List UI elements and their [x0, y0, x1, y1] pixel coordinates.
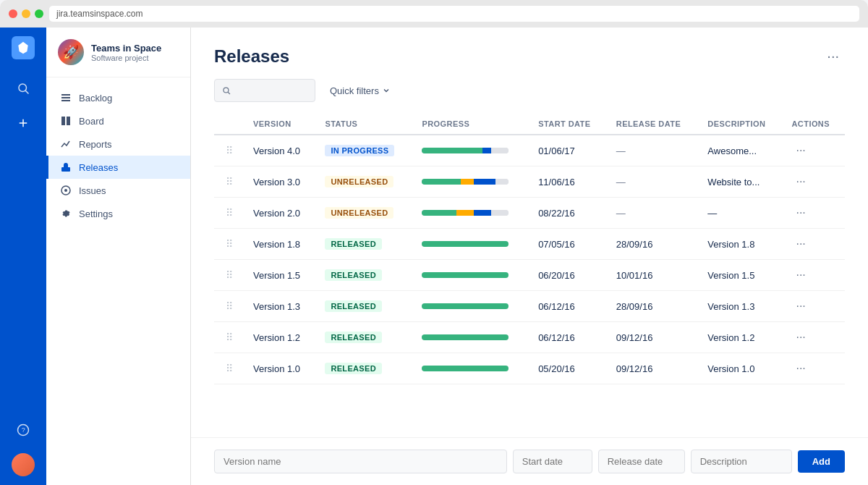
- version-cell: Version 1.5: [244, 260, 316, 291]
- svg-rect-11: [61, 167, 70, 172]
- row-actions-button[interactable]: ···: [791, 267, 809, 283]
- progress-bar: [422, 179, 509, 185]
- rail-help-icon[interactable]: ?: [9, 416, 38, 444]
- svg-text:?: ?: [22, 426, 25, 434]
- description-cell: —: [699, 198, 783, 229]
- project-avatar: 🚀: [58, 39, 84, 65]
- chevron-down-icon: [382, 86, 391, 95]
- table-row: ⠿ Version 1.2 RELEASED 06/12/16 09/12/16…: [214, 322, 845, 353]
- table-row: ⠿ Version 1.0 RELEASED 05/20/16 09/12/16…: [214, 353, 845, 384]
- url-bar[interactable]: jira.teamsinspace.com: [49, 6, 859, 22]
- drag-handle-icon[interactable]: ⠿: [223, 300, 236, 312]
- minimize-button[interactable]: [22, 9, 30, 18]
- sidebar-item-issues-label: Issues: [79, 185, 106, 196]
- drag-handle-icon[interactable]: ⠿: [223, 176, 236, 187]
- start-date-cell: 06/12/16: [529, 322, 608, 353]
- sidebar-item-reports[interactable]: Reports: [46, 132, 190, 156]
- release-date-input[interactable]: [598, 450, 685, 473]
- row-actions-button[interactable]: ···: [791, 143, 809, 159]
- start-date-input[interactable]: [513, 450, 592, 473]
- actions-cell: ···: [783, 135, 845, 166]
- sidebar-item-board[interactable]: Board: [46, 109, 190, 132]
- row-actions-button[interactable]: ···: [791, 298, 809, 314]
- description-cell: Version 1.0: [699, 353, 783, 384]
- drag-handle-icon[interactable]: ⠿: [223, 363, 236, 374]
- progress-cell: [413, 166, 529, 198]
- drag-handle-cell: ⠿: [214, 260, 244, 291]
- version-cell: Version 3.0: [244, 166, 316, 198]
- version-name-input[interactable]: [214, 450, 507, 473]
- project-header: 🚀 Teams in Space Software project: [46, 39, 190, 77]
- drag-handle-cell: ⠿: [214, 198, 244, 229]
- traffic-lights: [9, 9, 43, 18]
- row-actions-button[interactable]: ···: [791, 205, 809, 221]
- status-cell: RELEASED: [316, 322, 413, 353]
- status-cell: IN PROGRESS: [316, 135, 413, 166]
- drag-handle-icon[interactable]: ⠿: [223, 207, 236, 219]
- release-date-cell: —: [608, 135, 699, 166]
- search-icon: [222, 85, 231, 96]
- close-button[interactable]: [9, 9, 17, 18]
- description-cell: Version 1.5: [699, 260, 783, 291]
- sidebar-item-reports-label: Reports: [79, 139, 112, 150]
- table-row: ⠿ Version 1.8 RELEASED 07/05/16 28/09/16…: [214, 229, 845, 260]
- table-row: ⠿ Version 1.5 RELEASED 06/20/16 10/01/16…: [214, 260, 845, 291]
- sidebar-item-issues[interactable]: Issues: [46, 179, 190, 202]
- rail-search-icon[interactable]: [9, 74, 38, 103]
- actions-cell: ···: [783, 229, 845, 260]
- app-logo[interactable]: [12, 36, 35, 59]
- add-button[interactable]: Add: [798, 450, 845, 473]
- drag-handle-icon[interactable]: ⠿: [223, 332, 236, 343]
- row-actions-button[interactable]: ···: [791, 236, 809, 252]
- start-date-cell: 01/06/17: [529, 135, 608, 166]
- version-cell: Version 1.0: [244, 353, 316, 384]
- status-cell: RELEASED: [316, 291, 413, 322]
- drag-handle-cell: ⠿: [214, 166, 244, 198]
- sidebar-item-backlog[interactable]: Backlog: [46, 86, 190, 109]
- search-input[interactable]: [235, 85, 307, 96]
- svg-rect-8: [61, 100, 70, 101]
- svg-line-1: [25, 90, 28, 93]
- search-box[interactable]: [214, 79, 315, 102]
- col-status: Status: [316, 114, 413, 135]
- release-date-cell: —: [608, 198, 699, 229]
- progress-cell: [413, 322, 529, 353]
- sidebar-item-releases-label: Releases: [79, 162, 118, 173]
- drag-handle-icon[interactable]: ⠿: [223, 238, 236, 250]
- quick-filters-button[interactable]: Quick filters: [324, 83, 396, 99]
- row-actions-button[interactable]: ···: [791, 360, 809, 376]
- start-date-cell: 06/20/16: [529, 260, 608, 291]
- sidebar-item-settings[interactable]: Settings: [46, 202, 190, 225]
- more-actions-button[interactable]: ···: [821, 45, 845, 67]
- status-badge: RELEASED: [325, 238, 382, 250]
- svg-line-15: [228, 92, 230, 94]
- release-date-cell: 28/09/16: [608, 229, 699, 260]
- maximize-button[interactable]: [35, 9, 43, 18]
- user-avatar[interactable]: [12, 453, 35, 476]
- description-input[interactable]: [691, 450, 792, 473]
- actions-cell: ···: [783, 353, 845, 384]
- sidebar-item-releases[interactable]: Releases: [46, 156, 190, 179]
- start-date-cell: 11/06/16: [529, 166, 608, 198]
- drag-handle-icon[interactable]: ⠿: [223, 145, 236, 156]
- progress-bar: [422, 303, 509, 309]
- sidebar-item-backlog-label: Backlog: [79, 93, 112, 104]
- col-description: Description: [699, 114, 783, 135]
- rail-create-icon[interactable]: [9, 109, 38, 138]
- add-version-row: Add: [191, 437, 868, 485]
- status-badge: UNRELEASED: [325, 207, 393, 219]
- start-date-cell: 05/20/16: [529, 353, 608, 384]
- version-cell: Version 1.2: [244, 322, 316, 353]
- col-actions: Actions: [783, 114, 845, 135]
- sidebar-item-settings-label: Settings: [79, 208, 113, 219]
- drag-handle-icon[interactable]: ⠿: [223, 269, 236, 281]
- description-cell: Version 1.3: [699, 291, 783, 322]
- start-date-cell: 07/05/16: [529, 229, 608, 260]
- row-actions-button[interactable]: ···: [791, 329, 809, 345]
- row-actions-button[interactable]: ···: [791, 174, 809, 190]
- start-date-cell: 08/22/16: [529, 198, 608, 229]
- page-header: Releases ···: [191, 28, 868, 79]
- status-cell: RELEASED: [316, 260, 413, 291]
- sidebar: 🚀 Teams in Space Software project Backlo…: [46, 28, 191, 485]
- svg-point-14: [224, 88, 229, 93]
